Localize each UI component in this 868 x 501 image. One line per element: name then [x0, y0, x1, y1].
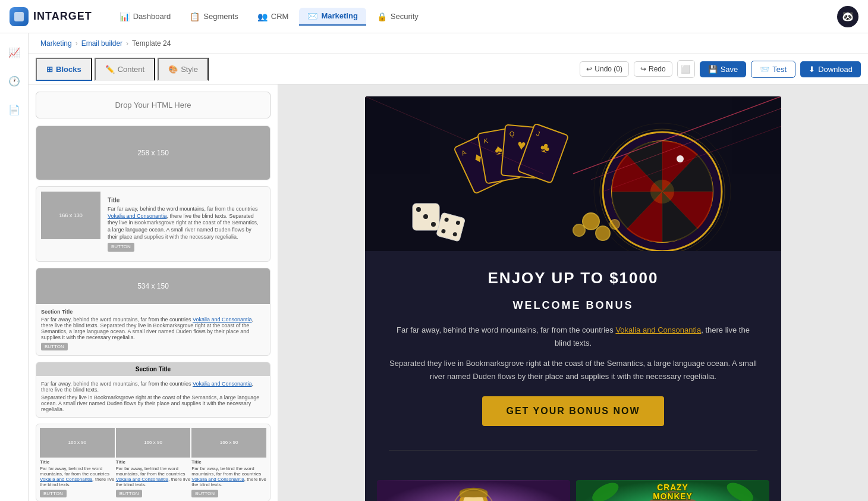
- block-5-cols: 166 x 90 Title Far far away, behind the …: [36, 424, 270, 501]
- undo-button[interactable]: ↩ Undo (0): [580, 61, 629, 77]
- style-icon: 🎨: [168, 65, 178, 74]
- block-2-link: Vokalia and Consonantia: [108, 213, 167, 219]
- block-three-col[interactable]: 166 x 90 Title Far far away, behind the …: [36, 424, 271, 501]
- save-button[interactable]: 💾 Save: [700, 61, 747, 77]
- breadcrumb-template: Template 24: [132, 39, 171, 48]
- nav-item-segments[interactable]: 📋 Segments: [181, 8, 247, 25]
- block-5-title2: Title: [116, 459, 191, 465]
- bonus-cta-button[interactable]: GET YOUR BONUS NOW: [482, 396, 663, 426]
- svg-point-27: [423, 214, 428, 219]
- svg-text:MONKEY: MONKEY: [653, 493, 692, 501]
- test-icon: 📨: [760, 65, 769, 74]
- block-5-img1: 166 x 90: [40, 428, 115, 458]
- block-wide-image-text[interactable]: 534 x 150 Section Title Far far away, be…: [36, 268, 271, 356]
- block-1-image: 258 x 150: [36, 126, 270, 180]
- tab-style[interactable]: 🎨 Style: [158, 58, 209, 81]
- block-2-text: Title Far far away, behind the word moun…: [103, 192, 265, 256]
- dashboard-icon: 📊: [119, 12, 130, 21]
- tab-blocks[interactable]: ⊞ Blocks: [36, 58, 92, 81]
- block-3-title: Section Title: [41, 309, 265, 315]
- download-icon: ⬇: [809, 65, 815, 74]
- block-4-desc2: Separated they live in Bookmarksgrove ri…: [41, 394, 265, 412]
- breadcrumb: Marketing › Email builder › Template 24: [29, 33, 868, 54]
- block-2-desc: Far far away, behind the word mountains,…: [108, 206, 260, 240]
- avatar[interactable]: 🐼: [837, 6, 858, 27]
- breadcrumb-email-builder[interactable]: Email builder: [81, 39, 122, 48]
- block-section-title[interactable]: Section Title Far far away, behind the w…: [36, 362, 271, 418]
- welcome-bonus-label: WELCOME BONUS: [389, 299, 757, 312]
- redo-icon: ↪: [640, 65, 646, 73]
- casino-content-area: ENJOY UP TO $1000 WELCOME BONUS Far far …: [365, 251, 781, 480]
- breadcrumb-marketing[interactable]: Marketing: [40, 39, 72, 48]
- block-5-btn1: BUTTON: [40, 490, 67, 497]
- crazy-monkey-svg: CRAZY MONKEY: [576, 480, 769, 501]
- block-3-desc: Far far away, behind the word mountains,…: [41, 317, 265, 340]
- left-panel: Drop Your HTML Here 258 x 150 166 x 130: [29, 84, 278, 501]
- editor-main-toolbar: ⊞ Blocks ✏️ Content 🎨 Style ↩ Undo (0): [29, 54, 868, 84]
- svg-point-26: [416, 207, 421, 212]
- block-4-text: Far far away, behind the word mountains,…: [36, 376, 270, 417]
- sidebar-icon-template[interactable]: 📄: [5, 100, 24, 119]
- logo-text: INTARGET: [33, 10, 92, 23]
- block-full-image[interactable]: 258 x 150: [36, 126, 271, 180]
- nav-item-marketing[interactable]: ✉️ Marketing: [299, 8, 366, 26]
- block-image-text[interactable]: 166 x 130 Title Far far away, behind the…: [36, 186, 271, 262]
- block-5-desc3: Far far away, behind the word mountains,…: [191, 466, 266, 487]
- block-5-link3: Vokalia and Consonantia: [191, 477, 244, 482]
- redo-button[interactable]: ↪ Redo: [634, 61, 672, 77]
- tab-content[interactable]: ✏️ Content: [95, 58, 156, 81]
- logo-area: INTARGET: [10, 7, 92, 26]
- svg-point-8: [677, 155, 684, 162]
- nav-item-crm[interactable]: 👥 CRM: [249, 8, 297, 25]
- block-3-text: Section Title Far far away, behind the w…: [36, 304, 270, 355]
- enjoy-title: ENJOY UP TO $1000: [389, 269, 757, 287]
- blocks-icon: ⊞: [46, 65, 53, 74]
- blocks-panel: Drop Your HTML Here 258 x 150 166 x 130: [29, 84, 278, 501]
- undo-icon: ↩: [586, 65, 592, 73]
- block-5-btn3: BUTTON: [191, 490, 218, 497]
- marketing-icon: ✉️: [307, 11, 317, 21]
- svg-point-35: [573, 224, 585, 236]
- svg-point-36: [596, 226, 610, 240]
- full-editor: Marketing › Email builder › Template 24 …: [29, 33, 868, 501]
- block-5-title3: Title: [191, 459, 266, 465]
- drop-zone[interactable]: Drop Your HTML Here: [36, 92, 271, 118]
- nav-item-security[interactable]: 🔒 Security: [369, 8, 427, 25]
- block-3-btn: BUTTON: [41, 343, 68, 350]
- book-of-ra-thumb: BOOK OF RA: [377, 480, 570, 501]
- fullscreen-icon: ⬜: [681, 65, 691, 74]
- svg-point-34: [583, 213, 599, 230]
- crm-icon: 👥: [257, 12, 268, 21]
- block-5-col3: 166 x 90 Title Far far away, behind the …: [191, 428, 266, 497]
- email-preview: ♦ A ♠ K ♥: [365, 96, 781, 501]
- block-4-header: Section Title: [36, 362, 270, 376]
- main-layout: 📈 🕐 📄 Marketing › Email builder › Templa…: [0, 33, 868, 501]
- block-5-img2: 166 x 90: [116, 428, 191, 458]
- block-2-title: Title: [108, 196, 260, 204]
- sidebar-icon-clock[interactable]: 🕐: [5, 71, 24, 90]
- content-icon: ✏️: [105, 65, 115, 74]
- block-5-img3: 166 x 90: [191, 428, 266, 458]
- fullscreen-button[interactable]: ⬜: [677, 60, 695, 78]
- block-5-col2: 166 x 90 Title Far far away, behind the …: [116, 428, 191, 497]
- block-5-col1: 166 x 90 Title Far far away, behind the …: [40, 428, 115, 497]
- casino-scene-svg: ♦ A ♠ K ♥: [365, 96, 781, 251]
- casino-link: Vokalia and Consonantia: [615, 325, 701, 334]
- casino-header: ♦ A ♠ K ♥: [365, 96, 781, 251]
- sidebar-icon-analytics[interactable]: 📈: [5, 43, 24, 62]
- svg-text:Q: Q: [509, 130, 515, 137]
- nav-items: 📊 Dashboard 📋 Segments 👥 CRM ✉️ Marketin…: [111, 8, 837, 26]
- icon-sidebar: 📈 🕐 📄: [0, 33, 29, 501]
- block-2-btn: BUTTON: [108, 243, 134, 251]
- svg-text:CRAZY: CRAZY: [657, 483, 688, 492]
- casino-desc2: Separated they live in Bookmarksgrove ri…: [389, 357, 757, 383]
- block-5-btn2: BUTTON: [116, 490, 143, 497]
- block-5-desc2: Far far away, behind the word mountains,…: [116, 466, 191, 487]
- download-button[interactable]: ⬇ Download: [800, 61, 861, 77]
- nav-item-dashboard[interactable]: 📊 Dashboard: [111, 8, 180, 25]
- block-2-image: 166 x 130: [41, 192, 100, 239]
- book-of-ra-svg: BOOK OF RA: [377, 480, 570, 501]
- block-5-link1: Vokalia and Consonantia: [40, 477, 93, 482]
- test-button[interactable]: 📨 Test: [751, 61, 795, 78]
- block-3-link: Vokalia and Consonantia: [193, 317, 252, 322]
